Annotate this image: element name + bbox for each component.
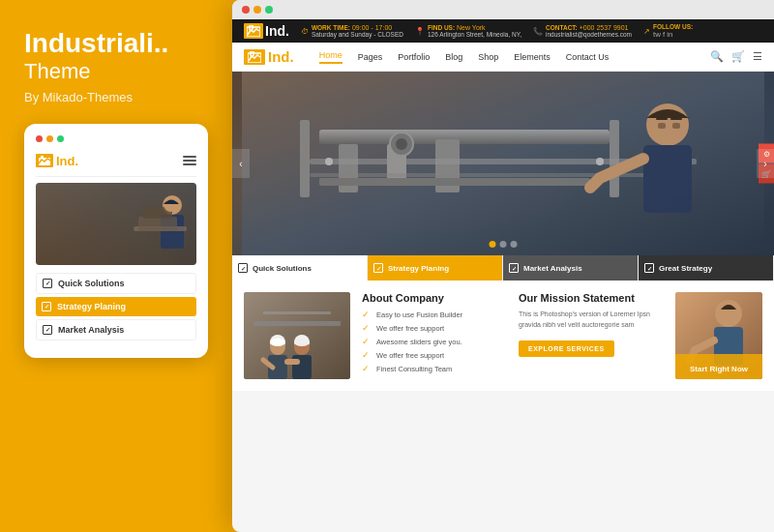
explore-services-button[interactable]: EXPLORE SERVICES (519, 340, 614, 357)
svg-rect-1 (41, 156, 44, 160)
service-tabs-row: ✓ Quick Solutions ✓ Strategy Planing ✓ M… (232, 255, 774, 281)
tab-label: Great Strategy (659, 264, 712, 273)
brand-author: By Mikado-Themes (24, 90, 208, 104)
company-image (244, 292, 350, 379)
tab-icon: ✓ (42, 302, 51, 311)
clock-icon: ⏱ (301, 27, 309, 36)
nav-logo-text: Ind. (268, 48, 294, 65)
checkmark-icon: ✓ (362, 323, 372, 333)
svg-rect-30 (656, 118, 668, 120)
tab-icon: ✓ (373, 263, 383, 273)
mobile-dots (36, 135, 196, 142)
mobile-logo: Ind. (36, 154, 78, 168)
mobile-hamburger-icon[interactable] (183, 156, 196, 165)
about-item-3: ✓ Awesome sliders give you. (362, 337, 507, 346)
svg-rect-37 (270, 339, 285, 346)
social-icons-group: tw f in (653, 30, 693, 39)
tab-icon: ✓ (238, 263, 248, 273)
mobile-hero-image (36, 183, 196, 265)
about-text: Awesome sliders give you. (376, 338, 462, 346)
dot-yellow (46, 135, 53, 142)
about-company-column: About Company ✓ Easy to use Fusion Build… (362, 292, 507, 379)
nav-item-portfolio[interactable]: Portfolio (398, 52, 430, 62)
nav-item-blog[interactable]: Blog (445, 52, 462, 62)
mobile-tabs: ✓ Quick Solutions ✓ Strategy Planing ✓ M… (36, 273, 196, 340)
nav-bar: Ind. Home Pages Portfolio Blog Shop Elem… (232, 43, 774, 72)
checkmark-icon: ✓ (362, 337, 372, 346)
about-text: Easy to use Fusion Builder (376, 310, 462, 319)
svg-rect-41 (294, 339, 310, 346)
mobile-tab-strategy[interactable]: ✓ Strategy Planing (36, 297, 196, 316)
search-icon[interactable]: 🔍 (710, 50, 724, 63)
mobile-logo-icon (36, 154, 53, 167)
slide-dot-2[interactable] (500, 241, 507, 248)
desktop-logo-text: Ind. (265, 23, 289, 39)
phone-icon: 📞 (533, 27, 543, 36)
desktop-mockup: Ind. ⏱ WORK TIME: 09:00 - 17:00 Saturday… (232, 0, 774, 532)
nav-icons-group: 🔍 🛒 ☰ (710, 50, 762, 63)
mobile-header: Ind. (36, 150, 196, 177)
dot-green (57, 135, 64, 142)
svg-rect-19 (319, 178, 590, 186)
instagram-icon[interactable]: in (667, 30, 672, 39)
cart-icon[interactable]: 🛒 (731, 50, 745, 63)
tab-market-analysis[interactable]: ✓ Market Analysis (503, 255, 639, 281)
svg-point-44 (715, 300, 742, 327)
svg-rect-34 (263, 311, 331, 314)
mission-title: Our Mission Statement (519, 292, 664, 304)
mobile-tab-label: Market Analysis (58, 325, 124, 335)
tab-icon: ✓ (644, 263, 654, 273)
mobile-tab-market[interactable]: ✓ Market Analysis (36, 319, 196, 340)
nav-item-contact[interactable]: Contact Us (566, 52, 610, 62)
mission-text: This is Photoshop's version of Loremer I… (519, 310, 664, 330)
mobile-tab-quick-solutions[interactable]: ✓ Quick Solutions (36, 273, 196, 294)
company-image-column (244, 292, 350, 379)
nav-item-pages[interactable]: Pages (358, 52, 383, 62)
svg-rect-13 (319, 130, 610, 144)
work-time-info: ⏱ WORK TIME: 09:00 - 17:00 Saturday and … (301, 24, 403, 38)
info-bar-logo: Ind. (244, 23, 289, 39)
about-item-4: ✓ We offer free support (362, 350, 507, 360)
facebook-icon[interactable]: f (663, 30, 665, 39)
nav-item-shop[interactable]: Shop (478, 52, 498, 62)
svg-rect-29 (672, 123, 680, 129)
next-slide-button[interactable]: › (757, 149, 774, 178)
about-item-2: ✓ We offer free support (362, 323, 507, 333)
work-hours: 09:00 - 17:00 (352, 24, 392, 31)
nav-item-elements[interactable]: Elements (514, 52, 551, 62)
mobile-worker-svg (134, 188, 192, 265)
hamburger-line (183, 156, 196, 158)
prev-slide-button[interactable]: ‹ (232, 149, 250, 178)
nav-logo: Ind. (244, 48, 294, 65)
hamburger-line (183, 163, 196, 165)
checkmark-icon: ✓ (362, 350, 372, 360)
brand-subtitle: Theme (24, 59, 208, 84)
info-bar: Ind. ⏱ WORK TIME: 09:00 - 17:00 Saturday… (232, 19, 774, 43)
tab-label: Market Analysis (523, 264, 582, 273)
window-dot-red (242, 6, 250, 14)
svg-rect-33 (253, 321, 341, 326)
window-dot-yellow (253, 6, 261, 14)
find-city: New York (457, 24, 486, 31)
menu-icon[interactable]: ☰ (753, 50, 762, 63)
window-dots-bar (232, 0, 774, 19)
slide-dot-1[interactable] (490, 241, 496, 248)
nav-item-home[interactable]: Home (319, 50, 342, 64)
contact-info: 📞 CONTACT: +000 2537 9901 industrialist@… (533, 24, 632, 38)
find-us-info: 📍 FIND US: New York 126 Arlington Street… (415, 24, 521, 38)
tab-quick-solutions[interactable]: ✓ Quick Solutions (232, 255, 368, 281)
svg-point-25 (596, 158, 604, 165)
tab-great-strategy[interactable]: ✓ Great Strategy (639, 255, 774, 281)
location-icon: 📍 (415, 27, 425, 36)
tab-strategy-planing[interactable]: ✓ Strategy Planing (368, 255, 503, 281)
twitter-icon[interactable]: tw (653, 30, 661, 39)
start-image: Start Right Now (675, 292, 762, 379)
tab-label: Strategy Planing (388, 264, 449, 273)
checkmark-icon: ✓ (362, 310, 372, 319)
follow-us-info: ↗ FOLLOW US: tw f in (643, 23, 693, 39)
logo-box-icon (244, 23, 263, 39)
slide-dot-3[interactable] (511, 241, 518, 248)
svg-rect-28 (658, 123, 666, 129)
share-icon: ↗ (643, 27, 650, 36)
left-panel: Industriali.. Theme By Mikado-Themes Ind… (0, 0, 232, 532)
